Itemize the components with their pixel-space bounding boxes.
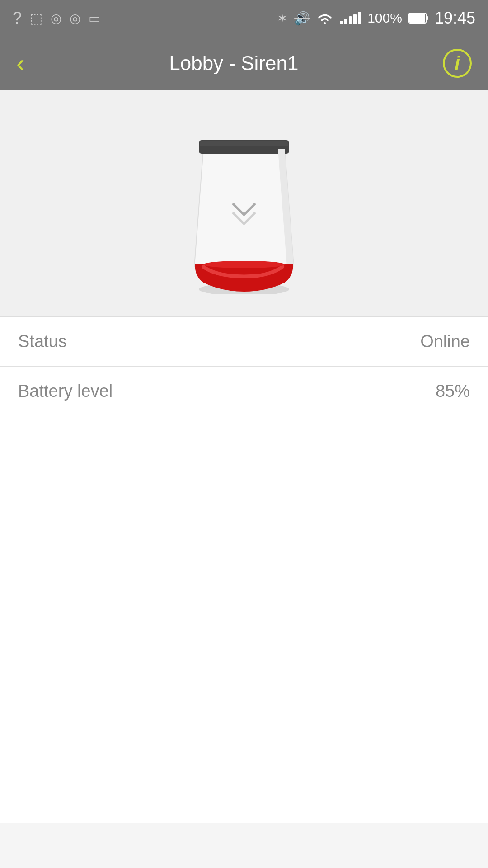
- battery-icon: [408, 13, 428, 24]
- info-section: Status Online Battery level 85%: [0, 317, 488, 416]
- battery-percent: 100%: [367, 10, 402, 26]
- battery-value: 85%: [436, 382, 470, 401]
- status-bar: ? ⬚ ◎ ◎ ▭ ✶ 🔊 100% 19:45: [0, 0, 488, 36]
- back-button[interactable]: ‹: [16, 51, 25, 76]
- svg-point-6: [203, 261, 285, 268]
- phone-icon: ▭: [89, 11, 100, 26]
- page-title: Lobby - Siren1: [169, 52, 298, 75]
- location1-icon: ◎: [51, 11, 61, 26]
- battery-label: Battery level: [18, 382, 113, 401]
- bluetooth-icon: ✶: [277, 10, 288, 26]
- device-image-area: [0, 90, 488, 317]
- svg-rect-2: [409, 14, 425, 23]
- nav-bar: ‹ Lobby - Siren1 i: [0, 36, 488, 90]
- status-row: Status Online: [0, 317, 488, 367]
- status-label: Status: [18, 332, 67, 351]
- status-icons-right: ✶ 🔊 100% 19:45: [277, 9, 475, 28]
- info-icon: i: [455, 54, 460, 73]
- signal-icon: [340, 12, 361, 24]
- battery-row: Battery level 85%: [0, 367, 488, 416]
- svg-rect-1: [426, 16, 428, 20]
- status-time: 19:45: [435, 9, 475, 28]
- svg-rect-5: [200, 141, 288, 146]
- siren-device-image: [167, 113, 321, 294]
- image-icon: ⬚: [30, 10, 42, 26]
- help-icon: ?: [13, 9, 22, 28]
- status-value: Online: [420, 332, 470, 351]
- wifi-icon: [316, 11, 333, 25]
- content-rest: [0, 416, 488, 823]
- status-icons-left: ? ⬚ ◎ ◎ ▭: [13, 9, 100, 28]
- location2-icon: ◎: [70, 11, 80, 26]
- info-button[interactable]: i: [443, 49, 472, 78]
- mute-icon: 🔊: [294, 11, 310, 26]
